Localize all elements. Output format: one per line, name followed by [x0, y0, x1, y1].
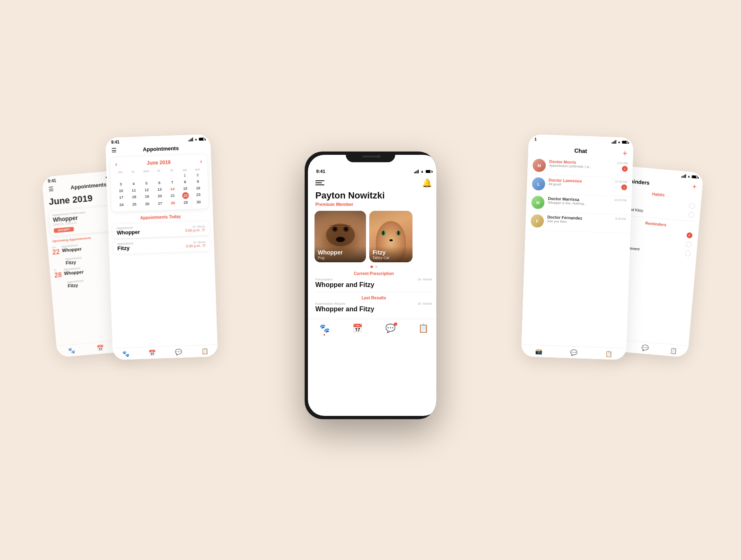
divider-1 — [315, 292, 432, 292]
cnav-calendar[interactable]: 📅 — [352, 323, 363, 336]
chat-badge-2: 1 — [621, 184, 627, 190]
appt-item-fitzy: Appointment Fitzy Dr. Morris 3:30 p.m. ⏱ — [113, 237, 210, 254]
rf-nav-pets[interactable]: 📸 — [535, 348, 543, 355]
pet-name-whopper: Whopper — [318, 249, 363, 256]
status-icons-lf: ▲ — [189, 137, 205, 141]
accept-button[interactable]: ACCEPT — [54, 227, 74, 233]
rf-bottom-nav: 📸 💬 📋 — [521, 344, 627, 360]
status-icons-rf: ▲ — [612, 140, 628, 144]
user-name: Payton Nowitzki — [308, 189, 436, 201]
rf-nav-clipboard[interactable]: 📋 — [605, 350, 613, 357]
dot-1 — [370, 266, 373, 268]
lf-nav-clipboard[interactable]: 📋 — [201, 348, 208, 355]
cnav-clipboard[interactable]: 📋 — [418, 323, 429, 336]
pet-card-whopper[interactable]: Whopper Pug — [315, 211, 366, 262]
results-block: Examination Results Dr. Morris Whopper a… — [308, 301, 436, 315]
chat-time-1: 2:43 PM — [609, 161, 628, 165]
center-bottom-nav: 🐾 📅 💬 📋 — [308, 319, 436, 338]
lf-nav-chat[interactable]: 💬 — [175, 348, 182, 355]
lf-today-label: Appointments Today — [108, 210, 213, 223]
phone-notch — [346, 152, 395, 162]
dot-2 — [375, 266, 377, 268]
chat-title: Chat — [574, 147, 587, 154]
reminder-check-2[interactable] — [685, 241, 692, 247]
lf-screen-title: Appointments — [143, 145, 179, 152]
cal-today[interactable]: 22 — [182, 192, 189, 199]
lf-bottom-nav: 🐾 📅 💬 📋 — [112, 344, 218, 360]
carousel-dots — [308, 262, 436, 270]
cal-next[interactable]: › — [200, 158, 202, 164]
left-front-phone: 9:41 ▲ ☰ Appointments ‹ June 2019 › mo t… — [105, 134, 218, 360]
chat-item-fernandez[interactable]: F Doctor Fernandez See you then. 8:45 AM — [525, 212, 631, 234]
remind-plus-button[interactable]: + — [692, 182, 697, 191]
cnav-chat[interactable]: 💬 — [385, 323, 396, 336]
lf-nav-pets[interactable]: 🐾 — [122, 350, 130, 357]
pet-name-fitzy: Fitzy — [373, 249, 409, 256]
chat-plus-button[interactable]: + — [622, 149, 627, 158]
results-name: Whopper and Fitzy — [315, 306, 432, 313]
member-badge: Premium Member — [308, 201, 436, 211]
status-time-lf: 9:41 — [111, 140, 119, 145]
status-time-lb: 9:41 — [48, 178, 56, 184]
results-sub-label: Examination Results — [315, 302, 345, 306]
chat-time-4: 8:45 AM — [607, 217, 626, 221]
pet-card-fitzy[interactable]: Fitzy Tabby Cat — [369, 211, 412, 262]
center-status-icons: ▲ — [414, 169, 431, 173]
rf-nav-chat[interactable]: 💬 — [570, 349, 578, 356]
hamburger-menu[interactable] — [315, 180, 324, 185]
chat-time-2: 11:30 AM — [609, 180, 627, 184]
presc-doctor: Dr. Morris — [418, 278, 432, 281]
results-label: Last Results — [308, 293, 436, 301]
prescription-name: Whopper and Fitzy — [315, 281, 432, 289]
cal-prev[interactable]: ‹ — [115, 161, 117, 168]
presc-sub-label: Prescription — [315, 278, 333, 281]
chat-avatar-morris: M — [532, 159, 546, 172]
rb-nav-chat[interactable]: 💬 — [641, 344, 648, 351]
habit-check-1[interactable] — [689, 203, 695, 209]
lb-screen-title: Appointments — [70, 181, 107, 191]
appt-item-whopper: Appointment Whopper Dr. Morris 3:00 p.m.… — [112, 221, 210, 238]
notch-camera — [377, 155, 380, 158]
pets-row: Whopper Pug Fitzy Tabby Cat — [308, 211, 436, 262]
nav-pets-icon[interactable]: 🐾 — [68, 347, 75, 354]
nav-calendar-icon[interactable]: 📅 — [96, 345, 104, 352]
prescription-block: Prescription Dr. Morris Whopper and Fitz… — [308, 277, 436, 291]
chat-badge-1: 1 — [622, 166, 627, 172]
pet-breed-fitzy: Tabby Cat — [373, 256, 409, 260]
cnav-pets[interactable]: 🐾 — [319, 323, 330, 336]
pet-breed-whopper: Pug — [318, 256, 363, 260]
reminder-check-3[interactable] — [685, 250, 691, 257]
right-front-phone: 1 ▲ Chat + M Doctor Morris Appointment c… — [521, 134, 634, 360]
chat-avatar-fernandez: F — [531, 214, 544, 228]
status-time-rf: 1 — [534, 137, 537, 141]
chat-avatar-marrissa: M — [531, 196, 545, 209]
results-doctor: Dr. Morris — [418, 302, 432, 306]
cal-month: June 2019 — [147, 159, 171, 166]
rb-nav-clipboard[interactable]: 📋 — [670, 347, 677, 354]
notch-speaker — [362, 156, 379, 157]
center-status-time: 9:41 — [316, 169, 325, 174]
center-header: 🔔 — [308, 175, 436, 189]
prescription-label: Current Prescription — [308, 270, 436, 277]
chat-avatar-lawrence: L — [532, 177, 545, 191]
lf-nav-calendar[interactable]: 📅 — [149, 350, 156, 357]
chat-time-3: 10:23 PM — [608, 198, 627, 202]
habit-check-2[interactable] — [688, 212, 694, 218]
center-phone: 9:41 ▲ 🔔 Payton Nowitzki Premium Member — [305, 152, 436, 419]
bell-icon[interactable]: 🔔 — [422, 178, 432, 188]
reminder-check-1[interactable]: ✓ — [686, 232, 692, 238]
